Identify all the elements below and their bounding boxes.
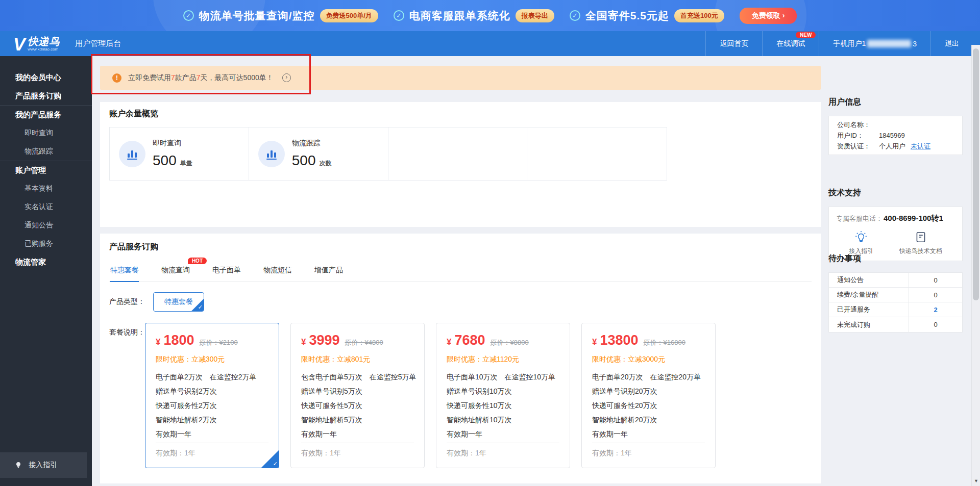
sidebar-item-my-products[interactable]: 我的产品服务 <box>0 106 92 124</box>
tab-electronic-waybill[interactable]: 电子面单 <box>212 266 241 282</box>
todo-row-notices[interactable]: 通知公告 0 <box>829 273 962 288</box>
warning-icon: ! <box>112 73 121 83</box>
nav-return-home[interactable]: 返回首页 <box>705 31 762 56</box>
sidebar-item-instant-query[interactable]: 即时查询 <box>0 124 92 142</box>
balance-card: 即时查询 500单量 物流跟踪 500次数 <box>109 127 667 181</box>
user-name-prefix: 手机用户1 <box>833 39 866 48</box>
plans-row: 套餐说明： ¥ 1800 原价：¥2100 限时优惠：立减300元 电子面单2万… <box>109 323 812 468</box>
document-icon <box>914 231 927 244</box>
promo-badge: 免费送500单/月 <box>320 9 378 22</box>
tab-logistics-query[interactable]: 物流查询 HOT <box>161 266 190 282</box>
todo-label: 已开通服务 <box>829 305 909 314</box>
sidebar-item-basic-info[interactable]: 基本资料 <box>0 180 92 198</box>
sidebar-item-account-mgmt[interactable]: 账户管理 <box>0 161 92 180</box>
tab-value-added[interactable]: 增值产品 <box>314 266 343 282</box>
promo-item-shipping[interactable]: ✓ 全国寄件5.5元起 首充送100元 <box>570 9 724 23</box>
todo-value: 0 <box>909 317 962 332</box>
sidebar-item-logistics-tracking[interactable]: 物流跟踪 <box>0 142 92 161</box>
plan-feature: 有效期一年 <box>301 427 414 441</box>
currency-symbol: ¥ <box>301 337 306 347</box>
plan-card-1800[interactable]: ¥ 1800 原价：¥2100 限时优惠：立减300元 电子面单2万次 在途监控… <box>145 323 279 468</box>
access-guide-label: 接入指引 <box>29 461 57 470</box>
plan-feature: 快递可服务性5万次 <box>301 398 414 413</box>
product-type-label: 产品类型： <box>109 297 145 306</box>
kdniao-logo[interactable]: V 快递鸟 www.kdniao.com <box>13 36 60 52</box>
free-claim-button[interactable]: 免费领取 › <box>740 8 797 24</box>
user-info-title: 用户信息 <box>828 97 963 108</box>
nav-logout[interactable]: 退出 <box>930 31 973 56</box>
tab-special-package[interactable]: 特惠套餐 <box>110 266 139 282</box>
todo-row-incomplete-orders[interactable]: 未完成订购 0 <box>829 317 962 332</box>
tab-logistics-sms[interactable]: 物流短信 <box>263 266 292 282</box>
logo-text: 快递鸟 <box>28 36 60 46</box>
product-order-title: 产品服务订购 <box>109 242 812 252</box>
hot-badge: HOT <box>188 258 207 264</box>
plan-validity: 有效期：1年 <box>301 443 414 458</box>
sidebar-access-guide[interactable]: 接入指引 <box>0 452 87 478</box>
promo-item-ecommerce[interactable]: ✓ 电商客服跟单系统化 报表导出 <box>394 9 554 23</box>
todo-label: 通知公告 <box>829 275 909 285</box>
sidebar: 我的会员中心 产品服务订购 我的产品服务 即时查询 物流跟踪 账户管理 基本资料… <box>0 56 92 486</box>
scrollbar-thumb[interactable] <box>973 48 979 300</box>
tech-docs-link[interactable]: 快递鸟技术文档 <box>899 231 942 255</box>
plan-card-7680[interactable]: ¥ 7680 原价：¥8800 限时优惠：立减1120元 电子面单10万次 在途… <box>436 323 570 468</box>
support-phone-label: 专属客服电话： <box>836 215 883 222</box>
stat-value: 500 <box>153 152 177 168</box>
balance-cell-instant-query[interactable]: 即时查询 500单量 <box>110 127 249 180</box>
bar-chart-icon <box>119 141 145 167</box>
sidebar-item-realname-auth[interactable]: 实名认证 <box>0 198 92 216</box>
todo-row-active-services[interactable]: 已开通服务 2 <box>829 302 962 317</box>
plan-features: 电子面单20万次 在途监控20万单 赠送单号识别20万次 快递可服务性20万次 … <box>592 370 705 441</box>
nav-user-account[interactable]: 手机用户1 3 <box>819 31 930 56</box>
circle-arrow-icon[interactable]: › <box>282 73 291 82</box>
plan-original-price: 原价：¥8800 <box>491 338 529 347</box>
plan-feature: 快递可服务性20万次 <box>592 398 705 413</box>
plan-price: 3999 <box>309 332 339 348</box>
plan-card-13800[interactable]: ¥ 13800 原价：¥16800 限时优惠：立减3000元 电子面单20万次 … <box>581 323 716 468</box>
plan-feature: 电子面单2万次 在途监控2万单 <box>156 370 268 384</box>
plan-feature: 电子面单20万次 在途监控20万单 <box>592 370 705 384</box>
promo-badge: 首充送100元 <box>674 9 724 22</box>
product-type-row: 产品类型： 特惠套餐 ✓ <box>109 292 812 312</box>
todo-value: 0 <box>909 273 962 288</box>
promo-text: 全国寄件5.5元起 <box>585 9 669 23</box>
sidebar-item-logistics-butler[interactable]: 物流管家 <box>0 253 92 271</box>
balance-cell-logistics-tracking[interactable]: 物流跟踪 500次数 <box>249 127 388 180</box>
sidebar-item-notices[interactable]: 通知公告 <box>0 216 92 235</box>
promo-text: 电商客服跟单系统化 <box>409 9 510 23</box>
sidebar-item-member-center[interactable]: 我的会员中心 <box>0 68 92 87</box>
todo-label: 未完成订购 <box>829 320 909 329</box>
todo-row-renewal-reminder[interactable]: 续费/余量提醒 0 <box>829 288 962 302</box>
plan-features: 电子面单2万次 在途监控2万单 赠送单号识别2万次 快递可服务性2万次 智能地址… <box>156 370 268 441</box>
user-id-value: 1845969 <box>879 130 905 141</box>
plan-desc-label: 套餐说明： <box>109 328 145 337</box>
plan-original-price: 原价：¥2100 <box>200 338 238 347</box>
scrollbar-down-arrow[interactable]: ▼ <box>972 478 980 483</box>
plan-original-price: 原价：¥16800 <box>644 338 685 347</box>
plan-feature: 赠送单号识别20万次 <box>592 384 705 398</box>
plan-card-3999[interactable]: ¥ 3999 原价：¥4800 限时优惠：立减801元 包含电子面单5万次 在途… <box>290 323 425 468</box>
stat-name: 即时查询 <box>153 139 192 148</box>
support-phone-number: 400-8699-100转1 <box>884 214 943 222</box>
sidebar-item-product-order[interactable]: 产品服务订购 <box>0 87 92 105</box>
plan-feature: 有效期一年 <box>447 427 559 441</box>
trial-alert-banner: ! 立即免费试用7款产品7天，最高可达5000单！ › <box>100 66 821 90</box>
product-type-value: 特惠套餐 <box>164 297 193 306</box>
plan-feature: 智能地址解析5万次 <box>301 413 414 427</box>
plan-promo: 限时优惠：立减300元 <box>156 355 268 364</box>
tab-label: 物流查询 <box>161 266 190 274</box>
vertical-scrollbar[interactable]: ▼ <box>971 45 980 486</box>
product-type-button[interactable]: 特惠套餐 ✓ <box>153 292 204 312</box>
access-guide-link[interactable]: 接入指引 <box>849 231 873 255</box>
main-content: ! 立即免费试用7款产品7天，最高可达5000单！ › 账户余量概览 即时查询 … <box>92 56 980 486</box>
promo-badge: 报表导出 <box>516 9 554 22</box>
nav-online-debug[interactable]: 在线调试 NEW <box>762 31 819 56</box>
not-certified-link[interactable]: 未认证 <box>911 141 930 151</box>
plan-promo: 限时优惠：立减1120元 <box>447 355 559 364</box>
sidebar-group: 我的会员中心 产品服务订购 <box>0 56 92 106</box>
tech-support-section: 技术支持 专属客服电话：400-8699-100转1 <box>828 188 963 261</box>
sidebar-item-purchased-services[interactable]: 已购服务 <box>0 235 92 253</box>
promo-item-tracking[interactable]: ✓ 物流单号批量查询/监控 免费送500单/月 <box>183 9 378 23</box>
nav-online-debug-label: 在线调试 <box>776 39 805 48</box>
tech-support-box: 专属客服电话：400-8699-100转1 接入指引 <box>828 207 963 261</box>
